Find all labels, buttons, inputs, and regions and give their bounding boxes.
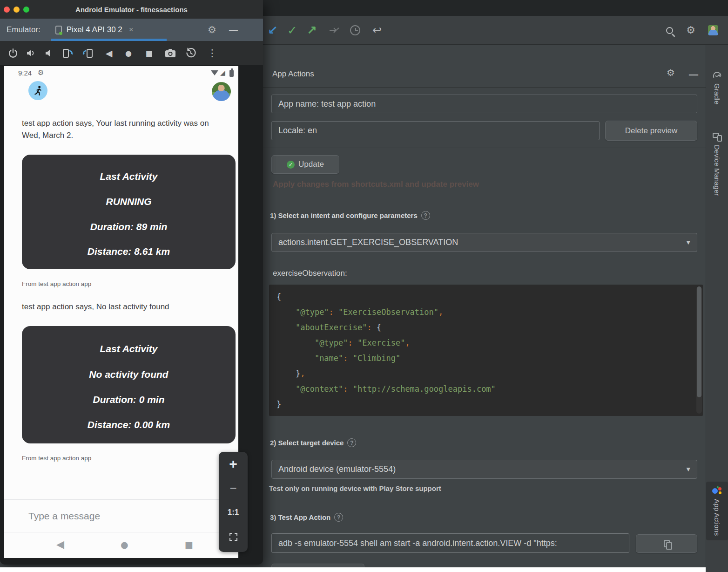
tool-window-bar: Gradle Device Manager App Actions [706, 45, 728, 572]
signal-icon: ◢ [220, 69, 225, 76]
divider [4, 532, 238, 532]
google-assistant-icon [712, 486, 722, 496]
tool-tab-gradle[interactable]: Gradle [706, 71, 728, 104]
update-project-icon[interactable]: ↙ [264, 16, 281, 45]
adb-command-field[interactable]: adb -s emulator-5554 shell am start -a a… [271, 533, 629, 553]
tool-tab-app-actions[interactable]: App Actions [706, 482, 728, 540]
desktop-strip [0, 567, 706, 572]
update-hint-text: Apply changes from shortcuts.xml and upd… [273, 180, 479, 189]
rotate-left-icon[interactable] [60, 41, 76, 65]
delete-preview-button[interactable]: Delete preview [605, 121, 697, 141]
status-time: 9:24 [18, 69, 32, 77]
volume-down-icon[interactable] [40, 41, 57, 65]
update-button[interactable]: Update [271, 155, 339, 174]
overview-icon[interactable]: ■ [141, 41, 157, 65]
help-icon[interactable] [334, 513, 343, 522]
search-icon[interactable] [661, 16, 678, 45]
chevron-down-icon: ▼ [687, 466, 690, 472]
nav-back-button[interactable]: ◀ [56, 538, 64, 550]
update-check-icon [287, 161, 295, 169]
rotate-right-icon[interactable] [79, 41, 96, 65]
phone-screen: 9:24 ⚙ ◢ test app action says, Your last… [4, 66, 238, 558]
json-code-lines: { "@type": "ExerciseObservation", "about… [276, 289, 703, 412]
volume-up-icon[interactable] [22, 41, 39, 65]
device-hint-text: Test only on running device with Play St… [269, 484, 441, 492]
param-label: exerciseObservation: [273, 269, 347, 278]
section1-label: 1) Select an intent and configure parame… [270, 211, 430, 220]
emulator-window: Android Emulator - fitnessactions Emulat… [0, 0, 263, 565]
activity-card: Last Activity No activity found Duration… [22, 326, 236, 443]
fullscreen-button[interactable] [219, 524, 248, 549]
from-label: From test app action app [22, 455, 91, 462]
panel-gear-icon[interactable]: ⚙ [667, 68, 675, 78]
profile-avatar[interactable] [705, 16, 721, 45]
zoom-in-button[interactable]: + [219, 452, 248, 476]
emulator-label: Emulator: [7, 25, 40, 34]
help-icon[interactable] [347, 438, 356, 447]
device-manager-icon [713, 132, 722, 142]
device-tab-title[interactable]: Pixel 4 API 30 2 [67, 25, 122, 34]
nav-home-button[interactable]: ● [121, 539, 128, 550]
zoom-reset-button[interactable]: 1:1 [219, 500, 248, 524]
undo-icon[interactable]: ↩ [369, 16, 385, 45]
battery-icon [229, 70, 234, 77]
snapshot-icon[interactable] [182, 41, 199, 65]
emulator-titlebar: Android Emulator - fitnessactions [0, 0, 263, 19]
section3-label: 3) Test App Action [270, 513, 343, 522]
wifi-icon [211, 70, 218, 75]
panel-divider [263, 148, 706, 148]
phone-status-bar: 9:24 ⚙ ◢ [4, 66, 238, 80]
help-icon[interactable] [421, 211, 430, 220]
back-icon[interactable]: ◀ [101, 41, 117, 65]
push-icon[interactable]: ↗ [303, 16, 320, 45]
copy-icon [664, 540, 670, 547]
status-gear-icon: ⚙ [38, 68, 44, 77]
nav-overview-button[interactable]: ■ [185, 539, 193, 550]
message-input[interactable]: Type a message [28, 511, 100, 522]
code-scrollbar-thumb[interactable] [697, 286, 701, 397]
bot-message: test app action says, Your last running … [22, 117, 227, 142]
tool-tab-device-manager[interactable]: Device Manager [706, 132, 728, 196]
power-icon[interactable] [5, 41, 21, 65]
code-scrollbar [696, 286, 702, 414]
assistant-bot-avatar [28, 81, 47, 100]
home-icon[interactable]: ● [120, 41, 137, 65]
emulator-zoom-controls: + − 1:1 [219, 452, 248, 552]
screenshot-root: ↙ ✓ ↗ ↩ ⚙ App Actions ⚙ — App name: test… [0, 0, 728, 572]
chevron-down-icon: ▼ [687, 239, 690, 245]
panel-minimize-icon[interactable]: — [689, 69, 698, 80]
history-clock-icon[interactable] [347, 16, 364, 45]
fullscreen-icon [229, 533, 237, 541]
settings-gear-icon[interactable]: ⚙ [682, 16, 699, 45]
from-label: From test app action app [22, 280, 91, 287]
more-vert-icon[interactable]: ⋮ [204, 41, 221, 65]
intent-dropdown[interactable]: actions.intent.GET_EXERCISE_OBSERVATION … [271, 233, 697, 252]
camera-icon[interactable] [162, 41, 179, 65]
window-title: Android Emulator - fitnessactions [0, 6, 263, 14]
runner-icon [32, 85, 44, 97]
device-tab-icon [55, 26, 62, 34]
json-code-editor[interactable]: { "@type": "ExerciseObservation", "about… [269, 285, 703, 416]
app-name-field[interactable]: App name: test app action [271, 95, 697, 113]
commit-icon[interactable]: ✓ [284, 16, 301, 45]
emulator-tabbar: Emulator: Pixel 4 API 30 2 × ⚙ — [0, 19, 263, 41]
gradle-elephant-icon [713, 71, 722, 80]
panel-header: App Actions [263, 61, 706, 88]
emulator-minimize-icon[interactable]: — [229, 25, 238, 35]
emulator-settings-gear-icon[interactable]: ⚙ [208, 25, 216, 35]
section2-label: 2) Select target device [270, 438, 356, 447]
bot-message: test app action says, No last activity f… [22, 301, 236, 313]
copy-command-button[interactable] [636, 534, 697, 553]
zoom-out-button[interactable]: − [219, 476, 248, 500]
merge-icon[interactable] [326, 16, 343, 45]
user-avatar [212, 82, 231, 101]
divider [4, 499, 238, 500]
tab-close-icon[interactable]: × [129, 25, 134, 34]
panel-title: App Actions [272, 69, 314, 79]
device-dropdown[interactable]: Android device (emulator-5554) ▼ [271, 460, 697, 479]
locale-field[interactable]: Locale: en [271, 121, 600, 140]
activity-card: Last Activity RUNNING Duration: 89 min D… [22, 155, 236, 269]
